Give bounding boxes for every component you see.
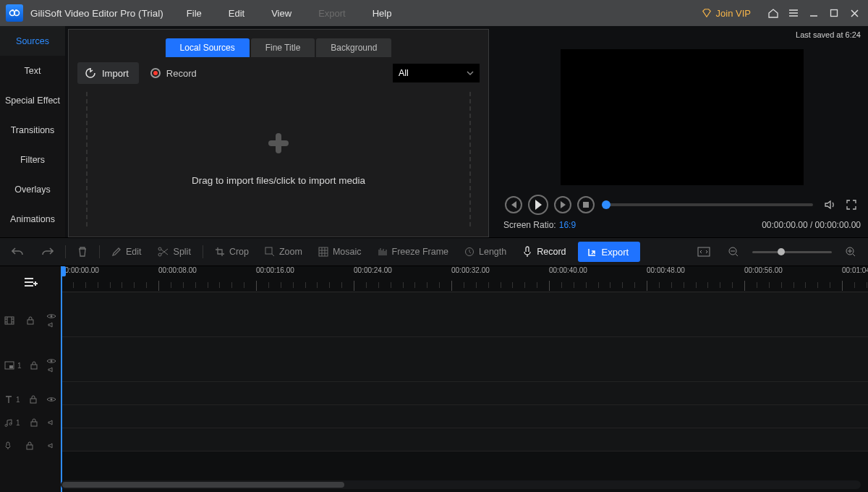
zoom-out-button[interactable] [723,246,744,258]
eye-icon[interactable] [46,357,56,365]
zoom-slider[interactable] [752,251,832,253]
import-button[interactable]: Import [77,62,139,84]
eye-icon[interactable] [46,396,56,403]
speaker-icon[interactable] [48,442,56,449]
sidebar-item-text[interactable]: Text [0,56,65,85]
preview-seekbar[interactable] [606,203,813,206]
film-icon [4,315,14,326]
menu-help[interactable]: Help [359,1,405,25]
media-tab-local[interactable]: Local Sources [166,38,250,57]
timeline-ruler[interactable]: 00:00:00.0000:00:08.0000:00:16.0000:00:2… [61,266,868,292]
stop-button[interactable] [577,196,595,213]
preview-timecode: 00:00:00.00 / 00:00:00.00 [762,220,861,230]
export-button[interactable]: Export [578,242,641,262]
speaker-icon[interactable] [48,321,56,328]
fit-button[interactable] [693,247,715,257]
svg-point-19 [51,360,53,362]
timeline-hscroll[interactable] [61,480,861,489]
timeline-toolbar: Edit Split Crop Zoom Mosaic Freeze Frame… [0,237,868,266]
media-drop-text: Drag to import files/click to import med… [192,175,365,186]
pencil-icon [111,247,122,257]
track-mic[interactable] [61,428,868,451]
record-tl-button[interactable]: Record [518,246,570,258]
lock-icon[interactable] [30,361,38,370]
preview-controls [503,192,861,217]
tracks-area[interactable]: 00:00:00.0000:00:08.0000:00:16.0000:00:2… [61,266,868,492]
zoom-slider-thumb[interactable] [778,248,785,255]
sidebar-item-filters[interactable]: Filters [0,145,65,174]
track-overlay[interactable] [61,337,868,382]
sidebar-item-sources[interactable]: Sources [0,26,65,56]
track-video[interactable] [61,292,868,337]
split-button[interactable]: Split [153,247,195,257]
svg-rect-9 [526,247,529,253]
menu-edit[interactable]: Edit [216,1,258,25]
menu-view[interactable]: View [258,1,305,25]
tracks [61,292,868,451]
svg-rect-13 [5,317,14,324]
export-icon [587,247,597,258]
mosaic-button[interactable]: Mosaic [314,247,366,257]
sidebar-item-special-effect[interactable]: Special Effect [0,85,65,115]
sidebar-item-overlays[interactable]: Overlays [0,174,65,204]
sidebar-item-animations[interactable]: Animations [0,204,65,234]
track-text[interactable] [61,382,868,405]
record-label: Record [166,68,197,79]
svg-point-15 [51,315,53,318]
timeline-gutter: 1 1 1 [0,266,61,492]
crop-button[interactable]: Crop [210,247,253,257]
maximize-button[interactable] [826,5,842,21]
clock-icon [464,247,475,257]
join-vip-button[interactable]: Join VIP [694,5,758,22]
home-button[interactable] [765,5,781,21]
lock-icon[interactable] [29,395,38,404]
lock-icon[interactable] [30,418,38,427]
prev-frame-button[interactable] [505,196,522,213]
volume-button[interactable] [822,197,838,213]
add-track-button[interactable] [22,273,39,291]
music-icon [4,418,13,427]
svg-rect-7 [319,247,328,256]
plus-icon [268,133,289,153]
close-button[interactable] [846,5,862,21]
lock-icon[interactable] [26,316,35,325]
media-dropzone[interactable]: Drag to import files/click to import med… [86,92,471,226]
diamond-icon [702,8,712,18]
fullscreen-button[interactable] [843,197,859,213]
screen-ratio-value[interactable]: 16:9 [559,220,576,230]
next-frame-button[interactable] [554,196,571,213]
minimize-button[interactable] [806,5,822,21]
lock-icon[interactable] [25,441,34,450]
media-tab-background[interactable]: Background [316,38,391,57]
timeline-hscroll-thumb[interactable] [62,482,344,488]
speaker-icon[interactable] [48,419,56,426]
menu-file[interactable]: File [174,1,215,25]
edit-button[interactable]: Edit [107,247,146,257]
screen-ratio-label: Screen Ratio: [503,220,556,230]
join-vip-label: Join VIP [716,8,751,19]
record-button[interactable]: Record [146,68,201,79]
chevron-down-icon [467,69,474,77]
media-filter-select[interactable]: All [393,64,480,82]
length-button[interactable]: Length [460,247,511,257]
preview-panel: Last saved at 6:24 Screen Ratio: 16:9 00… [492,26,868,237]
preview-seek-thumb[interactable] [602,200,610,209]
undo-button[interactable] [7,246,29,258]
delete-button[interactable] [73,246,92,258]
playhead[interactable] [61,266,62,492]
record-icon [150,68,161,78]
zoom-in-button[interactable] [841,246,861,258]
sidebar-item-transitions[interactable]: Transitions [0,115,65,145]
play-button[interactable] [528,195,548,215]
media-tab-finetitle[interactable]: Fine Title [251,38,315,57]
redo-button[interactable] [36,246,58,258]
zoom-button[interactable]: Zoom [260,247,307,257]
speaker-icon[interactable] [48,366,56,373]
mic-icon [522,246,532,258]
hamburger-button[interactable] [786,5,801,21]
freeze-button[interactable]: Freeze Frame [373,247,454,257]
eye-icon[interactable] [46,313,56,320]
svg-point-5 [158,253,161,256]
top-menus: File Edit View Export Help [174,1,405,25]
track-audio[interactable] [61,405,868,428]
